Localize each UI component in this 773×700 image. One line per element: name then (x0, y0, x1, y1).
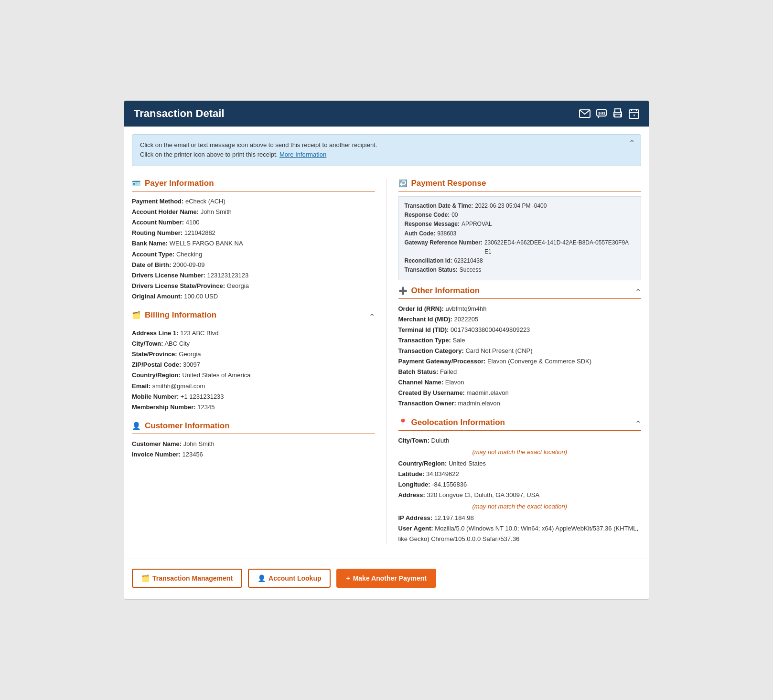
other-created-by: Created By Username: madmin.elavon (398, 388, 642, 398)
payer-bank-name: Bank Name: WELLS FARGO BANK NA (132, 238, 375, 249)
right-panel: ↩️ Payment Response Transaction Date & T… (386, 179, 642, 544)
billing-city: City/Town: ABC City (132, 339, 375, 349)
banner-collapse-btn[interactable]: ⌃ (629, 138, 635, 148)
payer-account-number: Account Number: 4100 (132, 217, 375, 228)
email-icon[interactable] (579, 109, 590, 118)
other-info-title: ➕ Other Information (398, 286, 480, 296)
other-payment-gateway: Payment Gateway/Processor: Elavon (Conve… (398, 356, 642, 367)
billing-mobile: Mobile Number: +1 1231231233 (132, 392, 375, 402)
payer-icon: 🪪 (132, 179, 141, 188)
payer-dl-number: Drivers License Number: 123123123123 (132, 270, 375, 281)
page-title: Transaction Detail (134, 107, 225, 120)
other-channel-name: Channel Name: Elavon (398, 377, 642, 388)
geo-city: City/Town: Duluth (398, 435, 642, 446)
billing-section: 🗂️ Billing Information ⌃ Address Line 1:… (132, 310, 375, 413)
other-terminal-id: Terminal Id (TID): 001734033800040498092… (398, 325, 642, 335)
billing-email: Email: smithh@gmail.com (132, 381, 375, 392)
payment-response-icon: ↩️ (398, 179, 408, 188)
payer-account-holder: Account Holder Name: John Smith (132, 207, 375, 217)
payer-dob: Date of Birth: 2000-09-09 (132, 260, 375, 270)
billing-collapse-btn[interactable]: ⌃ (369, 312, 375, 321)
other-transaction-type: Transaction Type: Sale (398, 335, 642, 346)
payer-dl-state: Drivers License State/Province: Georgia (132, 281, 375, 291)
other-info-fields: Order Id (RRN): uvbfmtq9m4hh Merchant Id… (398, 304, 642, 409)
other-info-icon: ➕ (398, 286, 408, 295)
billing-country: Country/Region: United States of America (132, 370, 375, 381)
svg-rect-4 (615, 109, 621, 112)
banner-line2: Click on the printer icon above to print… (140, 150, 633, 160)
resp-gateway-ref: Gateway Reference Number: 230622ED4-A662… (405, 238, 635, 256)
other-info-collapse-btn[interactable]: ⌃ (635, 287, 641, 297)
banner-line1: Click on the email or text message icon … (140, 140, 633, 150)
customer-icon: 👤 (132, 422, 141, 430)
transaction-management-button[interactable]: 🗂️ Transaction Management (132, 569, 242, 588)
other-owner: Transaction Owner: madmin.elavon (398, 398, 642, 409)
payment-response-title: ↩️ Payment Response (398, 179, 642, 188)
customer-section: 👤 Customer Information Customer Name: Jo… (132, 421, 375, 460)
footer-buttons: 🗂️ Transaction Management 👤 Account Look… (124, 559, 649, 599)
other-merchant-id: Merchant Id (MID): 2022205 (398, 314, 642, 325)
page-header: Transaction Detail SMS (124, 101, 649, 127)
header-icons: SMS ▼ (579, 108, 639, 119)
geolocation-fields: City/Town: Duluth (may not match the exa… (398, 435, 642, 545)
more-info-link[interactable]: More Information (279, 151, 326, 158)
other-transaction-category: Transaction Category: Card Not Present (… (398, 346, 642, 356)
payer-payment-method: Payment Method: eCheck (ACH) (132, 196, 375, 207)
payer-routing-number: Routing Number: 121042882 (132, 228, 375, 238)
resp-code: Response Code: 00 (405, 211, 635, 220)
payer-section-title: 🪪 Payer Information (132, 179, 375, 188)
billing-section-title: 🗂️ Billing Information (132, 310, 216, 320)
geo-address: Address: 320 Longvue Ct, Duluth, GA 3009… (398, 490, 642, 500)
resp-auth: Auth Code: 938603 (405, 229, 635, 238)
billing-zip: ZIP/Postal Code: 30097 (132, 360, 375, 370)
payer-account-type: Account Type: Checking (132, 249, 375, 260)
billing-membership: Membership Number: 12345 (132, 402, 375, 413)
svg-text:▼: ▼ (633, 114, 636, 117)
other-info-section: ➕ Other Information ⌃ Order Id (RRN): uv… (398, 286, 642, 409)
payer-section: 🪪 Payer Information Payment Method: eChe… (132, 179, 375, 302)
billing-fields: Address Line 1: 123 ABC Blvd City/Town: … (132, 328, 375, 413)
resp-message: Response Message: APPROVAL (405, 220, 635, 229)
resp-date: Transaction Date & Time: 2022-06-23 05:0… (405, 202, 635, 211)
account-lookup-icon: 👤 (258, 574, 266, 582)
geo-city-note: (may not match the exact location) (398, 447, 642, 457)
make-payment-plus-icon: + (346, 574, 350, 582)
other-order-id: Order Id (RRN): uvbfmtq9m4hh (398, 304, 642, 314)
printer-icon[interactable] (612, 108, 623, 119)
resp-reconciliation: Reconciliation Id: 623210438 (405, 256, 635, 265)
geolocation-section: 📍 Geolocation Information ⌃ City/Town: D… (398, 418, 642, 545)
customer-section-title: 👤 Customer Information (132, 421, 375, 431)
billing-icon: 🗂️ (132, 311, 141, 319)
info-banner: Click on the email or text message icon … (132, 134, 641, 167)
geo-ip: IP Address: 12.197.184.98 (398, 513, 642, 523)
calendar-icon[interactable]: ▼ (629, 108, 639, 119)
geolocation-icon: 📍 (398, 418, 408, 427)
geo-longitude: Longitude: -84.1556836 (398, 479, 642, 490)
sms-icon[interactable]: SMS (596, 109, 607, 118)
billing-address1: Address Line 1: 123 ABC Blvd (132, 328, 375, 339)
other-batch-status: Batch Status: Failed (398, 367, 642, 377)
geolocation-title: 📍 Geolocation Information (398, 418, 505, 427)
payment-response-box: Transaction Date & Time: 2022-06-23 05:0… (398, 196, 642, 280)
customer-invoice: Invoice Number: 123456 (132, 449, 375, 460)
payment-response-section: ↩️ Payment Response Transaction Date & T… (398, 179, 642, 280)
main-content: 🪪 Payer Information Payment Method: eChe… (124, 174, 649, 554)
account-lookup-button[interactable]: 👤 Account Lookup (248, 569, 331, 588)
svg-text:SMS: SMS (598, 112, 606, 115)
geo-latitude: Latitude: 34.0349622 (398, 469, 642, 479)
geolocation-collapse-btn[interactable]: ⌃ (635, 419, 641, 428)
left-panel: 🪪 Payer Information Payment Method: eChe… (132, 179, 386, 544)
make-payment-button[interactable]: + Make Another Payment (336, 569, 436, 588)
billing-state: State/Province: Georgia (132, 349, 375, 360)
customer-name: Customer Name: John Smith (132, 439, 375, 449)
transaction-mgmt-icon: 🗂️ (141, 574, 150, 582)
geo-country: Country/Region: United States (398, 458, 642, 469)
page-container: Transaction Detail SMS (124, 100, 649, 600)
payer-fields: Payment Method: eCheck (ACH) Account Hol… (132, 196, 375, 302)
geo-address-note: (may not match the exact location) (398, 501, 642, 512)
geo-user-agent: User Agent: Mozilla/5.0 (Windows NT 10.0… (398, 523, 642, 544)
payer-original-amount: Original Amount: 100.00 USD (132, 291, 375, 302)
customer-fields: Customer Name: John Smith Invoice Number… (132, 439, 375, 460)
resp-status: Transaction Status: Success (405, 265, 635, 275)
